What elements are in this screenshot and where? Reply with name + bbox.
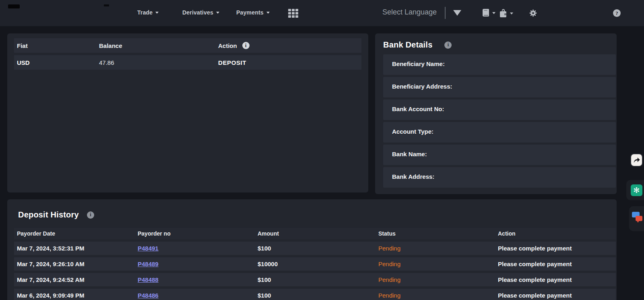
bank-details-title: Bank Details — [383, 40, 432, 50]
fiat-table: Fiat Balance Action i USD 47.86 DEPOSIT — [14, 38, 361, 70]
chevron-down-icon — [492, 12, 495, 14]
bank-field-account-type: Account Type: — [383, 122, 616, 143]
payorder-date: Mar 7, 2024, 9:26:10 AM — [17, 261, 138, 267]
deposit-history-info-icon[interactable]: i — [87, 211, 94, 219]
select-language-dropdown[interactable]: Select Language — [382, 8, 437, 17]
table-row: Mar 7, 2024, 9:26:10 AM P48489 $10000 Pe… — [14, 257, 616, 271]
bank-details-info-icon[interactable]: i — [444, 41, 452, 49]
bank-field-bank-name: Bank Name: — [383, 145, 616, 165]
bank-field-beneficiary-name: Beneficiary Name: — [383, 54, 616, 75]
nav-menu-payments[interactable]: Payments — [236, 9, 270, 16]
col-action: Action — [498, 230, 616, 237]
book-icon — [481, 8, 490, 18]
fiat-header: Fiat — [17, 42, 99, 49]
col-status: Status — [378, 230, 498, 237]
balance-header: Balance — [99, 42, 218, 49]
amount: $100 — [258, 245, 378, 252]
payorder-link[interactable]: P48491 — [138, 245, 159, 252]
payorder-link[interactable]: P48489 — [138, 261, 159, 267]
gear-icon — [529, 9, 537, 17]
status-badge: Pending — [378, 292, 498, 299]
language-caret-icon[interactable] — [453, 10, 461, 16]
logo-mark — [104, 4, 109, 6]
payorder-date: Mar 7, 2024, 9:24:52 AM — [17, 276, 138, 283]
site-logo[interactable] — [8, 4, 20, 8]
share-extension-button[interactable] — [630, 153, 643, 167]
amount: $100 — [258, 292, 378, 299]
chatgpt-icon[interactable]: ✻ — [631, 184, 642, 196]
action-header-label: Action — [218, 42, 237, 49]
deposit-history-panel: Deposit History i Payorder Date Payorder… — [7, 199, 617, 300]
action-text: Please complete payment — [498, 245, 616, 252]
payorder-date: Mar 7, 2024, 3:52:31 PM — [17, 245, 138, 252]
status-badge: Pending — [378, 276, 498, 283]
col-amount: Amount — [258, 230, 378, 237]
top-navbar: Trade Derivatives Payments Select Langua… — [0, 0, 644, 26]
fiat-table-header: Fiat Balance Action i — [14, 38, 361, 53]
bank-field-bank-address: Bank Address: — [383, 167, 616, 188]
bank-field-account-no: Bank Account No: — [383, 99, 616, 120]
fiat-balance-panel: Fiat Balance Action i USD 47.86 DEPOSIT — [7, 33, 368, 192]
red-bubble — [636, 216, 642, 221]
amount: $10000 — [258, 261, 378, 267]
settings-button[interactable] — [529, 9, 537, 17]
chat-extension-dock — [629, 206, 644, 231]
fiat-table-row: USD 47.86 DEPOSIT — [14, 55, 361, 70]
divider — [445, 7, 446, 19]
bank-details-panel: Bank Details i Beneficiary Name: Benefic… — [375, 33, 617, 194]
orders-book-button[interactable] — [481, 8, 495, 18]
payorder-link[interactable]: P48488 — [138, 276, 159, 283]
help-icon[interactable]: ? — [613, 9, 621, 17]
apps-grid-icon[interactable] — [288, 9, 299, 18]
nav-menu-trade[interactable]: Trade — [137, 9, 159, 16]
table-row: Mar 7, 2024, 3:52:31 PM P48491 $100 Pend… — [14, 242, 616, 255]
table-row: Mar 7, 2024, 9:24:52 AM P48488 $100 Pend… — [14, 273, 616, 286]
chatgpt-extension-dock: ✻ — [626, 180, 644, 200]
chat-bubbles-icon[interactable] — [632, 212, 643, 226]
share-arrow-icon — [632, 156, 641, 164]
wallet-lock-icon — [498, 8, 508, 19]
table-row: Mar 6, 2024, 9:09:49 PM P48486 $100 Pend… — [14, 289, 616, 300]
secure-wallet-button[interactable] — [498, 8, 513, 19]
col-payorder-date: Payorder Date — [17, 230, 138, 237]
action-text: Please complete payment — [498, 292, 616, 299]
deposit-history-table: Payorder Date Payorder no Amount Status … — [14, 228, 616, 300]
nav-menu-derivatives[interactable]: Derivatives — [182, 9, 219, 16]
action-text: Please complete payment — [498, 276, 616, 283]
fiat-currency: USD — [17, 59, 99, 66]
deposit-table-header: Payorder Date Payorder no Amount Status … — [14, 228, 616, 239]
deposit-history-title: Deposit History — [18, 210, 79, 219]
payorder-date: Mar 6, 2024, 9:09:49 PM — [17, 292, 138, 299]
status-badge: Pending — [378, 261, 498, 267]
fiat-balance-value: 47.86 — [99, 59, 218, 66]
action-info-icon[interactable]: i — [242, 42, 250, 49]
deposit-button[interactable]: DEPOSIT — [218, 59, 246, 66]
col-payorder-no: Payorder no — [138, 230, 258, 237]
bank-field-beneficiary-address: Beneficiary Address: — [383, 77, 616, 97]
action-text: Please complete payment — [498, 261, 616, 267]
amount: $100 — [258, 276, 378, 283]
action-header: Action i — [218, 42, 361, 49]
chevron-down-icon — [510, 12, 513, 14]
payorder-link[interactable]: P48486 — [138, 292, 159, 299]
status-badge: Pending — [378, 245, 498, 252]
